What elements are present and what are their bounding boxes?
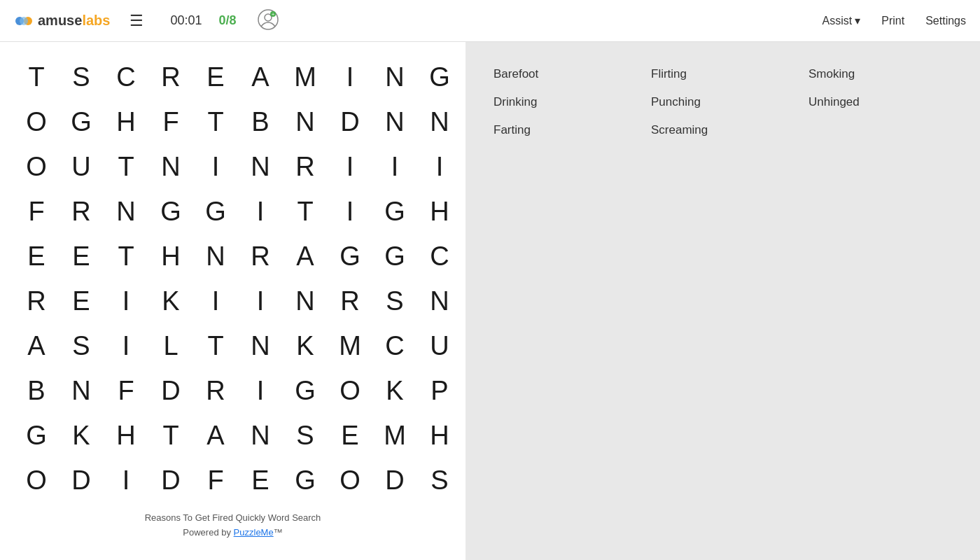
grid-cell[interactable]: O (14, 458, 59, 503)
grid-cell[interactable]: O (14, 99, 59, 144)
grid-cell[interactable]: K (148, 279, 193, 323)
grid-cell[interactable]: C (104, 55, 148, 99)
grid-cell[interactable]: C (417, 234, 462, 279)
grid-cell[interactable]: R (238, 234, 283, 279)
grid-cell[interactable]: S (372, 279, 417, 323)
grid-cell[interactable]: F (104, 368, 148, 413)
grid-cell[interactable]: M (283, 55, 328, 99)
word-list-item[interactable]: Smoking (808, 63, 952, 85)
grid-cell[interactable]: G (328, 234, 372, 279)
grid-cell[interactable]: N (283, 99, 328, 144)
grid-cell[interactable]: B (238, 99, 283, 144)
grid-cell[interactable]: P (417, 368, 462, 413)
grid-cell[interactable]: S (283, 413, 328, 458)
grid-cell[interactable]: A (14, 323, 59, 368)
grid-cell[interactable]: U (59, 144, 104, 189)
grid-cell[interactable]: I (104, 279, 148, 323)
grid-cell[interactable]: T (104, 144, 148, 189)
grid-cell[interactable]: N (372, 55, 417, 99)
grid-cell[interactable]: E (238, 458, 283, 503)
grid-cell[interactable]: D (148, 458, 193, 503)
word-list-item[interactable]: Flirting (651, 63, 794, 85)
grid-cell[interactable]: M (372, 413, 417, 458)
grid-cell[interactable]: T (14, 55, 59, 99)
grid-cell[interactable]: I (104, 323, 148, 368)
grid-cell[interactable]: R (193, 368, 238, 413)
grid-cell[interactable]: N (372, 99, 417, 144)
grid-cell[interactable]: L (148, 323, 193, 368)
grid-cell[interactable]: H (104, 413, 148, 458)
grid-cell[interactable]: T (193, 99, 238, 144)
grid-cell[interactable]: R (328, 279, 372, 323)
grid-cell[interactable]: H (104, 99, 148, 144)
word-list-item[interactable] (808, 119, 952, 141)
grid-cell[interactable]: R (148, 55, 193, 99)
grid-cell[interactable]: B (14, 368, 59, 413)
grid-cell[interactable]: E (59, 279, 104, 323)
grid-cell[interactable]: E (59, 234, 104, 279)
grid-cell[interactable]: K (59, 413, 104, 458)
grid-cell[interactable]: O (14, 144, 59, 189)
word-list-item[interactable]: Punching (651, 91, 794, 113)
grid-cell[interactable]: R (59, 189, 104, 234)
grid-cell[interactable]: H (417, 189, 462, 234)
grid-cell[interactable]: I (328, 144, 372, 189)
grid-cell[interactable]: T (283, 189, 328, 234)
grid-cell[interactable]: K (372, 368, 417, 413)
assist-button[interactable]: Assist ▾ (822, 14, 861, 27)
grid-cell[interactable]: N (148, 144, 193, 189)
grid-cell[interactable]: U (417, 323, 462, 368)
grid-cell[interactable]: G (193, 189, 238, 234)
grid-cell[interactable]: I (238, 189, 283, 234)
grid-cell[interactable]: S (59, 55, 104, 99)
grid-cell[interactable]: N (59, 368, 104, 413)
grid-cell[interactable]: M (328, 323, 372, 368)
grid-cell[interactable]: F (193, 458, 238, 503)
puzzleme-link[interactable]: PuzzleMe (234, 527, 274, 538)
grid-cell[interactable]: G (283, 368, 328, 413)
grid-cell[interactable]: I (372, 144, 417, 189)
grid-cell[interactable]: N (193, 234, 238, 279)
grid-cell[interactable]: S (417, 458, 462, 503)
print-button[interactable]: Print (881, 15, 904, 27)
grid-cell[interactable]: F (14, 189, 59, 234)
grid-cell[interactable]: I (238, 368, 283, 413)
grid-cell[interactable]: E (193, 55, 238, 99)
grid-cell[interactable]: D (328, 99, 372, 144)
grid-cell[interactable]: T (104, 234, 148, 279)
grid-cell[interactable]: N (417, 99, 462, 144)
grid-cell[interactable]: G (59, 99, 104, 144)
grid-cell[interactable]: H (417, 413, 462, 458)
grid-cell[interactable]: R (283, 144, 328, 189)
grid-cell[interactable]: I (328, 189, 372, 234)
grid-cell[interactable]: A (193, 413, 238, 458)
grid-cell[interactable]: T (148, 413, 193, 458)
grid-cell[interactable]: D (372, 458, 417, 503)
grid-cell[interactable]: I (328, 55, 372, 99)
grid-cell[interactable]: D (148, 368, 193, 413)
grid-cell[interactable]: G (148, 189, 193, 234)
grid-cell[interactable]: G (14, 413, 59, 458)
grid-cell[interactable]: C (372, 323, 417, 368)
grid-cell[interactable]: D (59, 458, 104, 503)
grid-cell[interactable]: O (328, 458, 372, 503)
hamburger-button[interactable]: ☰ (124, 9, 149, 33)
grid-cell[interactable]: N (238, 413, 283, 458)
grid-cell[interactable]: N (283, 279, 328, 323)
grid-cell[interactable]: I (193, 279, 238, 323)
grid-cell[interactable]: G (283, 458, 328, 503)
word-list-item[interactable]: Barefoot (493, 63, 637, 85)
word-list-item[interactable]: Screaming (651, 119, 794, 141)
grid-cell[interactable]: F (148, 99, 193, 144)
word-list-item[interactable]: Drinking (493, 91, 637, 113)
grid-cell[interactable]: I (238, 279, 283, 323)
word-list-item[interactable]: Farting (493, 119, 637, 141)
grid-cell[interactable]: A (283, 234, 328, 279)
grid-cell[interactable]: I (104, 458, 148, 503)
grid-cell[interactable]: G (417, 55, 462, 99)
profile-button[interactable]: + (257, 8, 279, 33)
grid-cell[interactable]: K (283, 323, 328, 368)
grid-cell[interactable]: E (14, 234, 59, 279)
grid-cell[interactable]: N (104, 189, 148, 234)
grid-cell[interactable]: N (417, 279, 462, 323)
